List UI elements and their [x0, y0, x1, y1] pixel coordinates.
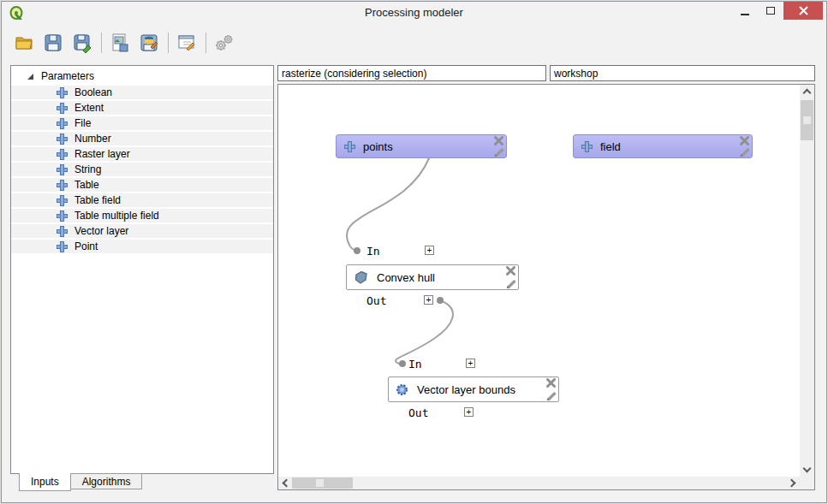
- chevron-down-icon: [803, 465, 812, 473]
- add-parameter-icon: [57, 104, 67, 113]
- maximize-icon: [766, 7, 775, 15]
- close-icon: [799, 6, 808, 15]
- scroll-grip: [316, 479, 324, 487]
- convex-hull-icon: [354, 270, 368, 285]
- remove-node-icon[interactable]: [546, 378, 556, 388]
- modeler-canvas-frame: points field In +: [277, 84, 815, 490]
- convexhull-out-expander[interactable]: +: [424, 295, 433, 305]
- tree-item-boolean[interactable]: Boolean: [11, 86, 273, 99]
- floppy-save-icon: [43, 33, 63, 53]
- save-model-button[interactable]: [41, 31, 65, 55]
- save-model-as-button[interactable]: [70, 31, 94, 55]
- horizontal-scroll-thumb[interactable]: [292, 477, 353, 489]
- port-dot: [399, 360, 406, 367]
- edit-node-icon[interactable]: [493, 146, 504, 157]
- tree-expand-icon[interactable]: [27, 74, 33, 80]
- canvas-horizontal-scrollbar[interactable]: [278, 477, 800, 489]
- convexhull-out-label: Out: [366, 294, 386, 307]
- add-parameter-icon: [57, 165, 67, 175]
- tree-item-raster-layer[interactable]: Raster layer: [11, 147, 273, 161]
- tree-item-table-multiple-field[interactable]: Table multiple field: [11, 209, 273, 222]
- tree-item-label: Number: [74, 133, 111, 145]
- port-dot: [437, 297, 444, 304]
- vectorbounds-in-expander[interactable]: +: [466, 359, 475, 368]
- tree-item-label: Point: [74, 240, 98, 252]
- add-parameter-icon: [57, 150, 67, 159]
- chevron-left-icon: [283, 479, 291, 488]
- export-as-python-button[interactable]: [137, 31, 161, 55]
- scroll-left-button[interactable]: [278, 477, 291, 489]
- add-parameter-icon: [57, 227, 67, 236]
- tree-item-label: Extent: [74, 102, 104, 114]
- tree-item-label: Vector layer: [74, 225, 128, 237]
- input-plus-icon: [345, 142, 354, 151]
- tree-item-table[interactable]: Table: [11, 178, 273, 192]
- connection-convexhull-to-vectorbounds: [396, 300, 453, 364]
- input-node-field[interactable]: field: [573, 134, 753, 158]
- tree-item-point[interactable]: Point: [11, 240, 273, 253]
- remove-node-icon[interactable]: [740, 136, 749, 145]
- tab-inputs[interactable]: Inputs: [19, 473, 71, 491]
- run-model-button[interactable]: [212, 31, 236, 55]
- convexhull-in-expander[interactable]: +: [425, 246, 434, 255]
- edit-node-icon[interactable]: [739, 146, 750, 157]
- connection-points-to-convexhull: [347, 158, 429, 251]
- vectorbounds-out-expander[interactable]: +: [464, 407, 474, 417]
- close-button[interactable]: [783, 2, 823, 20]
- maximize-button[interactable]: [758, 2, 783, 20]
- minimize-icon: [741, 14, 749, 15]
- tree-item-number[interactable]: Number: [11, 132, 273, 145]
- remove-node-icon[interactable]: [506, 266, 515, 276]
- algorithm-node-vector-layer-bounds[interactable]: Vector layer bounds: [388, 377, 559, 402]
- scroll-up-button[interactable]: [800, 85, 814, 98]
- chevron-right-icon: [788, 479, 796, 488]
- remove-node-icon[interactable]: [494, 136, 503, 145]
- toolbar-separator: [101, 33, 102, 53]
- tab-algorithms[interactable]: Algorithms: [70, 473, 143, 489]
- edit-node-icon[interactable]: [505, 278, 516, 289]
- floppy-save-as-icon: [72, 33, 92, 53]
- tree-item-label: String: [74, 163, 101, 175]
- window-controls: [732, 2, 823, 20]
- vertical-scroll-thumb[interactable]: [801, 100, 813, 140]
- tree-item-string[interactable]: String: [11, 163, 273, 176]
- add-parameter-icon: [57, 88, 67, 98]
- scrollbar-corner: [800, 477, 814, 489]
- export-as-image-button[interactable]: [108, 31, 132, 55]
- scroll-down-button[interactable]: [800, 464, 814, 477]
- edit-node-icon[interactable]: [545, 390, 557, 401]
- modeler-canvas: points field In +: [278, 85, 800, 477]
- edit-model-help-button[interactable]: [175, 31, 199, 55]
- tree-item-file[interactable]: File: [11, 116, 273, 130]
- add-parameter-icon: [57, 196, 67, 205]
- titlebar: Processing modeler: [2, 2, 826, 24]
- processing-modeler-window: Processing modeler: [1, 1, 827, 503]
- tree-item-label: Table: [74, 179, 99, 191]
- tree-root-parameters[interactable]: Parameters: [11, 68, 273, 84]
- node-label: Convex hull: [377, 271, 435, 284]
- port-dot: [354, 247, 360, 254]
- open-model-button[interactable]: [12, 31, 36, 55]
- scroll-right-button[interactable]: [787, 477, 800, 489]
- input-node-points[interactable]: points: [336, 134, 507, 158]
- tab-label: Inputs: [31, 476, 59, 488]
- edit-help-icon: [176, 33, 197, 53]
- tree-item-extent[interactable]: Extent: [11, 101, 273, 115]
- tree-item-label: File: [74, 117, 91, 129]
- canvas-vertical-scrollbar[interactable]: [800, 85, 814, 477]
- toolbar-separator: [168, 33, 169, 53]
- node-label: Vector layer bounds: [417, 383, 515, 396]
- window-title: Processing modeler: [2, 6, 826, 19]
- algorithm-node-convex-hull[interactable]: Convex hull: [346, 264, 519, 290]
- folder-open-icon: [14, 33, 34, 53]
- add-parameter-icon: [57, 119, 67, 128]
- vector-layer-bounds-icon: [396, 383, 408, 396]
- model-group-input[interactable]: [550, 65, 815, 81]
- model-name-input[interactable]: [277, 65, 546, 81]
- run-gears-icon: [214, 33, 235, 53]
- minimize-button[interactable]: [732, 2, 758, 20]
- tree-item-table-field[interactable]: Table field: [11, 193, 273, 207]
- tree-item-label: Table multiple field: [74, 210, 159, 222]
- tree-item-label: Boolean: [74, 86, 112, 98]
- tree-item-vector-layer[interactable]: Vector layer: [11, 224, 273, 238]
